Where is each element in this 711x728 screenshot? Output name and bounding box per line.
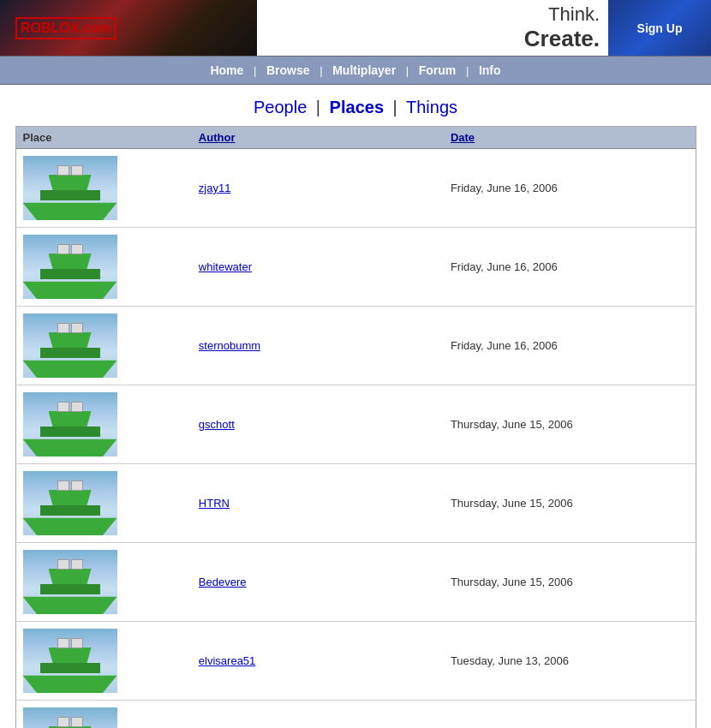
author-link[interactable]: zjay11 xyxy=(199,182,231,194)
tagline-line2: Create. xyxy=(524,26,600,52)
table-body: zjay11Friday, June 16, 2006 whitewaterFr… xyxy=(15,149,696,729)
place-thumbnail-cell xyxy=(15,701,192,729)
author-link[interactable]: HTRN xyxy=(199,497,230,510)
author-cell: gschott xyxy=(192,385,444,464)
date-cell: Friday, June 16, 2006 xyxy=(444,228,696,307)
nav-info[interactable]: Info xyxy=(479,63,501,77)
table-row: BedevereThursday, June 15, 2006 xyxy=(15,543,696,622)
date-cell: Tuesday, June 13, 2006 xyxy=(444,701,696,729)
tagline-line1: Think. xyxy=(524,3,600,26)
table-row: sternobummFriday, June 16, 2006 xyxy=(15,307,696,385)
signup-area[interactable]: Sign Up xyxy=(608,0,711,56)
table-row: gschottThursday, June 15, 2006 xyxy=(15,385,696,464)
author-cell: Bedevere xyxy=(192,543,444,622)
col-author-link[interactable]: Author xyxy=(199,131,236,144)
place-thumbnail-cell xyxy=(15,464,192,543)
logo-area: ROBLOX.com xyxy=(0,0,257,56)
place-thumbnail[interactable] xyxy=(23,629,117,693)
date-value: Friday, June 16, 2006 xyxy=(451,260,558,273)
author-cell: siddharth xyxy=(192,701,444,729)
place-thumbnail-cell xyxy=(15,622,192,701)
place-thumbnail-cell xyxy=(15,228,192,307)
table-header-row: Place Author Date xyxy=(15,127,696,149)
date-cell: Tuesday, June 13, 2006 xyxy=(444,622,696,701)
table-row: whitewaterFriday, June 16, 2006 xyxy=(15,228,696,307)
author-link[interactable]: Bedevere xyxy=(199,576,247,588)
col-place: Place xyxy=(15,127,192,149)
place-thumbnail-cell xyxy=(15,149,192,228)
date-cell: Friday, June 16, 2006 xyxy=(444,149,696,228)
date-value: Friday, June 16, 2006 xyxy=(451,339,558,352)
col-date-link[interactable]: Date xyxy=(451,131,475,144)
nav-multiplayer[interactable]: Multiplayer xyxy=(332,63,396,77)
tab-things[interactable]: Things xyxy=(406,98,457,116)
nav-bar: Home | Browse | Multiplayer | Forum | In… xyxy=(0,56,711,85)
col-date: Date xyxy=(444,127,696,149)
place-thumbnail-cell xyxy=(15,307,192,385)
date-cell: Thursday, June 15, 2006 xyxy=(444,385,696,464)
table-row: elvisarea51Tuesday, June 13, 2006 xyxy=(15,622,696,701)
tagline: Think. Create. xyxy=(524,3,600,52)
author-link[interactable]: gschott xyxy=(199,418,235,431)
date-value: Thursday, June 15, 2006 xyxy=(451,418,573,431)
nav-home[interactable]: Home xyxy=(210,63,243,77)
author-cell: sternobumm xyxy=(192,307,444,385)
author-cell: HTRN xyxy=(192,464,444,543)
date-cell: Friday, June 16, 2006 xyxy=(444,307,696,385)
date-value: Thursday, June 15, 2006 xyxy=(451,497,573,510)
date-value: Tuesday, June 13, 2006 xyxy=(451,654,569,667)
place-thumbnail[interactable] xyxy=(23,313,117,378)
date-cell: Thursday, June 15, 2006 xyxy=(444,464,696,543)
place-thumbnail[interactable] xyxy=(23,156,117,220)
table-row: siddharthTuesday, June 13, 2006 xyxy=(15,701,696,729)
tagline-area: Think. Create. xyxy=(257,0,608,56)
author-link[interactable]: sternobumm xyxy=(199,339,260,352)
author-cell: elvisarea51 xyxy=(192,622,444,701)
header: ROBLOX.com Think. Create. Sign Up xyxy=(0,0,711,56)
tab-people[interactable]: People xyxy=(254,98,307,116)
table-row: zjay11Friday, June 16, 2006 xyxy=(15,149,696,228)
signup-button[interactable]: Sign Up xyxy=(637,21,683,35)
col-author: Author xyxy=(192,127,444,149)
places-table: Place Author Date zjay11Friday, June 16,… xyxy=(15,126,696,728)
place-thumbnail[interactable] xyxy=(23,707,117,728)
date-value: Friday, June 16, 2006 xyxy=(451,182,558,194)
place-thumbnail[interactable] xyxy=(23,471,117,535)
author-cell: whitewater xyxy=(192,228,444,307)
place-thumbnail-cell xyxy=(15,385,192,464)
logo-text[interactable]: ROBLOX.com xyxy=(15,17,117,39)
author-link[interactable]: elvisarea51 xyxy=(199,654,256,667)
place-thumbnail[interactable] xyxy=(23,235,117,299)
date-cell: Thursday, June 15, 2006 xyxy=(444,543,696,622)
place-thumbnail[interactable] xyxy=(23,392,117,456)
tab-places[interactable]: Places xyxy=(330,98,384,116)
date-value: Thursday, June 15, 2006 xyxy=(451,576,573,588)
category-tabs: People | Places | Things xyxy=(0,85,711,126)
nav-forum[interactable]: Forum xyxy=(419,63,457,77)
nav-browse[interactable]: Browse xyxy=(266,63,310,77)
table-row: HTRNThursday, June 15, 2006 xyxy=(15,464,696,543)
author-link[interactable]: whitewater xyxy=(199,260,252,273)
place-thumbnail-cell xyxy=(15,543,192,622)
author-cell: zjay11 xyxy=(192,149,444,228)
place-thumbnail[interactable] xyxy=(23,550,117,614)
